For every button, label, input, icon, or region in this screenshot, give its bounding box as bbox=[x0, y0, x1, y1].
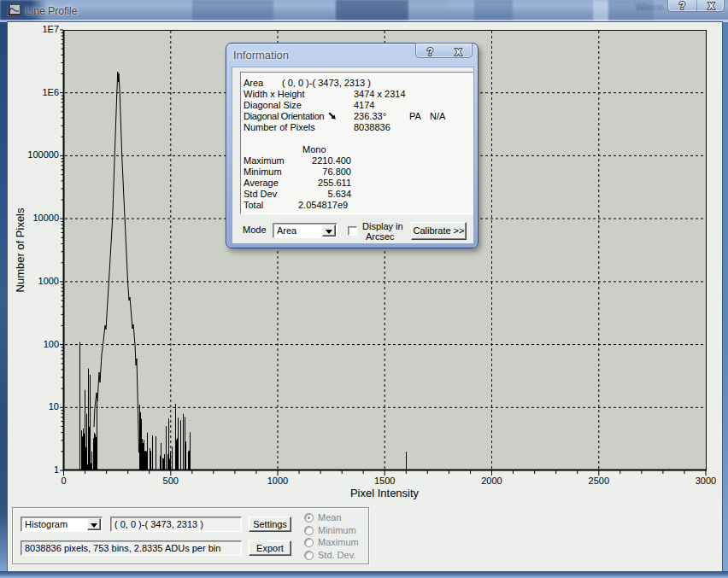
svg-text:1: 1 bbox=[54, 464, 59, 475]
svg-text:2000: 2000 bbox=[481, 476, 502, 486]
svg-text:1000: 1000 bbox=[38, 276, 59, 286]
svg-text:10000: 10000 bbox=[32, 213, 59, 223]
svg-text:10: 10 bbox=[49, 401, 59, 412]
svg-text:0: 0 bbox=[61, 476, 66, 486]
svg-text:1E7: 1E7 bbox=[42, 24, 59, 34]
svg-text:1E6: 1E6 bbox=[42, 87, 59, 97]
svg-text:?: ? bbox=[427, 46, 433, 58]
svg-text:Pixel Intensity: Pixel Intensity bbox=[350, 487, 420, 499]
svg-text:X: X bbox=[455, 47, 462, 57]
svg-text:100000: 100000 bbox=[27, 149, 59, 160]
svg-text:1000: 1000 bbox=[267, 476, 288, 486]
svg-text:Number of Pixels: Number of Pixels bbox=[14, 207, 26, 292]
svg-text:100: 100 bbox=[44, 339, 59, 349]
svg-text:500: 500 bbox=[163, 476, 179, 486]
svg-text:3000: 3000 bbox=[696, 476, 716, 486]
svg-text:1500: 1500 bbox=[374, 476, 395, 486]
svg-text:2500: 2500 bbox=[589, 476, 609, 486]
